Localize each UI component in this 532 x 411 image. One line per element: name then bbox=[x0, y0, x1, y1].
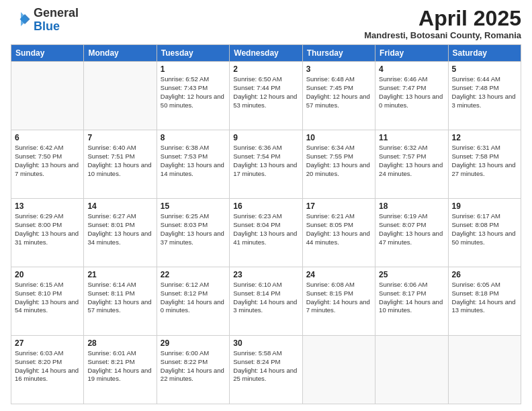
day-number: 3 bbox=[306, 64, 371, 74]
calendar-cell bbox=[302, 336, 375, 404]
day-number: 21 bbox=[87, 270, 152, 279]
calendar-week-row: 27Sunrise: 6:03 AMSunset: 8:20 PMDayligh… bbox=[11, 336, 521, 404]
day-info: Sunrise: 6:44 AMSunset: 7:48 PMDaylight:… bbox=[452, 75, 517, 109]
calendar-cell: 3Sunrise: 6:48 AMSunset: 7:45 PMDaylight… bbox=[302, 62, 375, 130]
day-info: Sunrise: 6:01 AMSunset: 8:21 PMDaylight:… bbox=[87, 349, 152, 383]
day-number: 10 bbox=[306, 133, 371, 142]
day-number: 22 bbox=[161, 270, 226, 279]
logo-text: General Blue bbox=[34, 7, 79, 34]
calendar-cell: 26Sunrise: 6:05 AMSunset: 8:18 PMDayligh… bbox=[448, 267, 521, 336]
day-number: 13 bbox=[15, 201, 80, 211]
logo-general: General bbox=[34, 7, 79, 20]
day-info: Sunrise: 6:15 AMSunset: 8:10 PMDaylight:… bbox=[15, 281, 80, 315]
calendar-cell: 18Sunrise: 6:19 AMSunset: 8:07 PMDayligh… bbox=[375, 199, 448, 267]
day-info: Sunrise: 6:40 AMSunset: 7:51 PMDaylight:… bbox=[87, 144, 152, 178]
calendar-cell: 2Sunrise: 6:50 AMSunset: 7:44 PMDaylight… bbox=[230, 62, 302, 130]
calendar-cell: 30Sunrise: 5:58 AMSunset: 8:24 PMDayligh… bbox=[230, 336, 302, 404]
calendar-cell bbox=[448, 336, 521, 404]
calendar-cell: 4Sunrise: 6:46 AMSunset: 7:47 PMDaylight… bbox=[375, 62, 448, 130]
calendar-cell: 17Sunrise: 6:21 AMSunset: 8:05 PMDayligh… bbox=[302, 199, 375, 267]
day-number: 8 bbox=[161, 133, 226, 142]
day-info: Sunrise: 6:21 AMSunset: 8:05 PMDaylight:… bbox=[306, 212, 371, 246]
calendar-cell bbox=[84, 62, 157, 130]
day-info: Sunrise: 6:29 AMSunset: 8:00 PMDaylight:… bbox=[15, 212, 80, 246]
day-info: Sunrise: 6:06 AMSunset: 8:17 PMDaylight:… bbox=[379, 281, 444, 315]
day-info: Sunrise: 6:38 AMSunset: 7:53 PMDaylight:… bbox=[161, 144, 226, 178]
day-info: Sunrise: 6:52 AMSunset: 7:43 PMDaylight:… bbox=[161, 75, 226, 109]
calendar-cell: 21Sunrise: 6:14 AMSunset: 8:11 PMDayligh… bbox=[84, 267, 157, 336]
calendar-cell: 12Sunrise: 6:31 AMSunset: 7:58 PMDayligh… bbox=[448, 130, 521, 199]
calendar-cell: 11Sunrise: 6:32 AMSunset: 7:57 PMDayligh… bbox=[375, 130, 448, 199]
day-number: 18 bbox=[379, 201, 444, 211]
day-info: Sunrise: 6:05 AMSunset: 8:18 PMDaylight:… bbox=[452, 281, 517, 315]
calendar-week-row: 1Sunrise: 6:52 AMSunset: 7:43 PMDaylight… bbox=[11, 62, 521, 130]
day-info: Sunrise: 6:31 AMSunset: 7:58 PMDaylight:… bbox=[452, 144, 517, 178]
calendar-cell: 9Sunrise: 6:36 AMSunset: 7:54 PMDaylight… bbox=[230, 130, 302, 199]
day-info: Sunrise: 6:12 AMSunset: 8:12 PMDaylight:… bbox=[161, 281, 226, 315]
day-number: 5 bbox=[452, 64, 517, 74]
day-info: Sunrise: 6:03 AMSunset: 8:20 PMDaylight:… bbox=[15, 349, 80, 383]
day-number: 1 bbox=[161, 64, 226, 74]
calendar-table: SundayMondayTuesdayWednesdayThursdayFrid… bbox=[11, 44, 521, 404]
calendar-cell: 6Sunrise: 6:42 AMSunset: 7:50 PMDaylight… bbox=[11, 130, 84, 199]
calendar-cell bbox=[375, 336, 448, 404]
calendar-cell: 1Sunrise: 6:52 AMSunset: 7:43 PMDaylight… bbox=[157, 62, 229, 130]
calendar-cell: 27Sunrise: 6:03 AMSunset: 8:20 PMDayligh… bbox=[11, 336, 84, 404]
calendar-header-row: SundayMondayTuesdayWednesdayThursdayFrid… bbox=[11, 45, 521, 62]
calendar-week-row: 13Sunrise: 6:29 AMSunset: 8:00 PMDayligh… bbox=[11, 199, 521, 267]
calendar-cell: 13Sunrise: 6:29 AMSunset: 8:00 PMDayligh… bbox=[11, 199, 84, 267]
day-info: Sunrise: 6:36 AMSunset: 7:54 PMDaylight:… bbox=[233, 144, 298, 178]
day-info: Sunrise: 6:42 AMSunset: 7:50 PMDaylight:… bbox=[15, 144, 80, 178]
day-number: 6 bbox=[15, 133, 80, 142]
day-number: 7 bbox=[87, 133, 152, 142]
calendar-cell: 25Sunrise: 6:06 AMSunset: 8:17 PMDayligh… bbox=[375, 267, 448, 336]
day-info: Sunrise: 6:10 AMSunset: 8:14 PMDaylight:… bbox=[233, 281, 298, 315]
col-header-monday: Monday bbox=[84, 45, 157, 62]
col-header-wednesday: Wednesday bbox=[230, 45, 302, 62]
col-header-friday: Friday bbox=[375, 45, 448, 62]
day-number: 2 bbox=[233, 64, 298, 74]
day-info: Sunrise: 6:32 AMSunset: 7:57 PMDaylight:… bbox=[379, 144, 444, 178]
day-info: Sunrise: 6:50 AMSunset: 7:44 PMDaylight:… bbox=[233, 75, 298, 109]
day-number: 26 bbox=[452, 270, 517, 279]
calendar-cell: 29Sunrise: 6:00 AMSunset: 8:22 PMDayligh… bbox=[157, 336, 229, 404]
day-info: Sunrise: 6:46 AMSunset: 7:47 PMDaylight:… bbox=[379, 75, 444, 109]
svg-marker-2 bbox=[21, 12, 28, 26]
day-info: Sunrise: 6:27 AMSunset: 8:01 PMDaylight:… bbox=[87, 212, 152, 246]
day-number: 19 bbox=[452, 201, 517, 211]
calendar-cell: 8Sunrise: 6:38 AMSunset: 7:53 PMDaylight… bbox=[157, 130, 229, 199]
day-number: 28 bbox=[87, 338, 152, 348]
day-number: 11 bbox=[379, 133, 444, 142]
day-number: 4 bbox=[379, 64, 444, 74]
col-header-thursday: Thursday bbox=[302, 45, 375, 62]
calendar-cell: 24Sunrise: 6:08 AMSunset: 8:15 PMDayligh… bbox=[302, 267, 375, 336]
calendar-cell: 19Sunrise: 6:17 AMSunset: 8:08 PMDayligh… bbox=[448, 199, 521, 267]
day-number: 29 bbox=[161, 338, 226, 348]
day-number: 24 bbox=[306, 270, 371, 279]
header: General Blue April 2025 Mandresti, Botos… bbox=[11, 7, 521, 40]
col-header-sunday: Sunday bbox=[11, 45, 84, 62]
day-info: Sunrise: 6:19 AMSunset: 8:07 PMDaylight:… bbox=[379, 212, 444, 246]
title-location: Mandresti, Botosani County, Romania bbox=[364, 30, 521, 40]
day-number: 15 bbox=[161, 201, 226, 211]
logo: General Blue bbox=[11, 7, 79, 34]
title-month: April 2025 bbox=[364, 7, 521, 30]
day-number: 25 bbox=[379, 270, 444, 279]
day-number: 27 bbox=[15, 338, 80, 348]
day-info: Sunrise: 6:08 AMSunset: 8:15 PMDaylight:… bbox=[306, 281, 371, 315]
calendar-cell: 15Sunrise: 6:25 AMSunset: 8:03 PMDayligh… bbox=[157, 199, 229, 267]
col-header-saturday: Saturday bbox=[448, 45, 521, 62]
calendar-week-row: 20Sunrise: 6:15 AMSunset: 8:10 PMDayligh… bbox=[11, 267, 521, 336]
day-info: Sunrise: 6:25 AMSunset: 8:03 PMDaylight:… bbox=[161, 212, 226, 246]
day-number: 30 bbox=[233, 338, 298, 348]
day-info: Sunrise: 6:00 AMSunset: 8:22 PMDaylight:… bbox=[161, 349, 226, 383]
logo-icon bbox=[11, 10, 31, 30]
day-number: 20 bbox=[15, 270, 80, 279]
day-number: 9 bbox=[233, 133, 298, 142]
day-info: Sunrise: 6:14 AMSunset: 8:11 PMDaylight:… bbox=[87, 281, 152, 315]
day-number: 16 bbox=[233, 201, 298, 211]
day-info: Sunrise: 6:34 AMSunset: 7:55 PMDaylight:… bbox=[306, 144, 371, 178]
day-number: 14 bbox=[87, 201, 152, 211]
col-header-tuesday: Tuesday bbox=[157, 45, 229, 62]
calendar-cell: 7Sunrise: 6:40 AMSunset: 7:51 PMDaylight… bbox=[84, 130, 157, 199]
